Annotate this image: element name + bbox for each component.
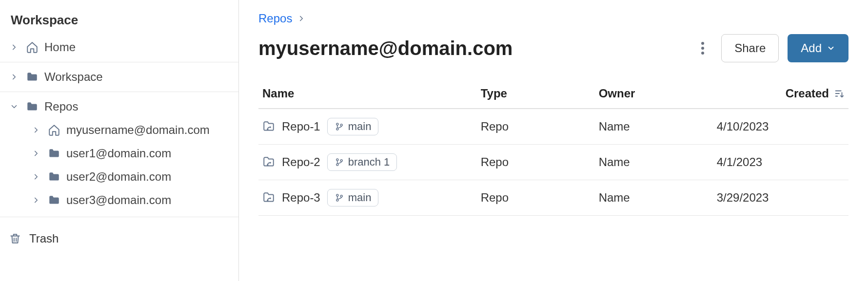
chevron-right-icon[interactable] xyxy=(8,41,20,53)
repo-table: Name Type Owner Created Repo-1mainRepoNa… xyxy=(258,79,848,216)
branch-pill[interactable]: branch 1 xyxy=(327,153,397,171)
repo-icon xyxy=(262,191,275,204)
chevron-down-icon xyxy=(827,44,835,53)
table-row[interactable]: Repo-3mainRepoName3/29/2023 xyxy=(258,180,848,216)
repo-icon xyxy=(262,120,275,133)
breadcrumb-item[interactable]: Repos xyxy=(258,12,292,25)
cell-created: 4/1/2023 xyxy=(713,145,848,180)
header-row: myusername@domain.com Share Add xyxy=(258,34,848,62)
chevron-right-icon[interactable] xyxy=(30,194,42,206)
cell-owner: Name xyxy=(595,180,713,216)
sidebar-item-repo-user[interactable]: user1@domain.com xyxy=(0,142,238,165)
repo-name: Repo-1 xyxy=(282,120,320,133)
sidebar-item-label: Repos xyxy=(44,100,238,113)
git-branch-icon xyxy=(335,157,344,167)
cell-type: Repo xyxy=(477,180,595,216)
sidebar-item-repos[interactable]: Repos xyxy=(0,95,238,118)
column-header-created[interactable]: Created xyxy=(713,79,848,109)
sidebar-item-home[interactable]: Home xyxy=(0,36,238,59)
table-row[interactable]: Repo-1mainRepoName4/10/2023 xyxy=(258,109,848,145)
chevron-right-icon xyxy=(297,14,306,23)
repo-name: Repo-2 xyxy=(282,155,320,169)
repo-name: Repo-3 xyxy=(282,191,320,205)
cell-type: Repo xyxy=(477,145,595,180)
cell-created: 3/29/2023 xyxy=(713,180,848,216)
cell-created: 4/10/2023 xyxy=(713,109,848,145)
button-label: Share xyxy=(734,41,766,55)
chevron-down-icon[interactable] xyxy=(8,101,20,112)
column-header-owner[interactable]: Owner xyxy=(595,79,713,109)
folder-icon xyxy=(25,70,39,84)
branch-name: branch 1 xyxy=(348,156,390,169)
header-actions: Share Add xyxy=(693,34,848,62)
branch-pill[interactable]: main xyxy=(327,118,379,135)
git-branch-icon xyxy=(335,122,344,131)
share-button[interactable]: Share xyxy=(721,34,779,62)
sort-desc-icon[interactable] xyxy=(834,88,845,99)
sidebar-item-workspace[interactable]: Workspace xyxy=(0,65,238,89)
cell-owner: Name xyxy=(595,109,713,145)
sidebar-item-label: user2@domain.com xyxy=(66,170,238,184)
folder-icon xyxy=(47,146,61,161)
page-title: myusername@domain.com xyxy=(258,37,513,59)
sidebar-item-label: user1@domain.com xyxy=(66,147,238,160)
trash-icon xyxy=(8,231,22,246)
chevron-right-icon[interactable] xyxy=(30,148,42,159)
repo-icon xyxy=(262,156,275,169)
divider xyxy=(0,217,238,217)
divider xyxy=(0,92,238,92)
chevron-right-icon[interactable] xyxy=(8,71,20,83)
chevron-right-icon[interactable] xyxy=(30,124,42,136)
folder-icon xyxy=(25,99,39,114)
git-branch-icon xyxy=(335,193,344,203)
sidebar-item-label: myusername@domain.com xyxy=(66,123,238,137)
sidebar-item-trash[interactable]: Trash xyxy=(0,227,238,250)
folder-icon xyxy=(47,193,61,207)
sidebar-item-label: Trash xyxy=(29,232,59,245)
table-row[interactable]: Repo-2branch 1RepoName4/1/2023 xyxy=(258,145,848,180)
chevron-right-icon[interactable] xyxy=(30,171,42,183)
cell-owner: Name xyxy=(595,145,713,180)
sidebar-heading: Workspace xyxy=(0,10,238,36)
sidebar-item-label: Home xyxy=(44,40,238,54)
home-icon xyxy=(25,40,39,55)
folder-icon xyxy=(47,169,61,184)
home-icon xyxy=(47,123,61,137)
branch-name: main xyxy=(348,120,372,133)
button-label: Add xyxy=(801,41,822,55)
branch-name: main xyxy=(348,191,372,204)
breadcrumb[interactable]: Repos xyxy=(258,12,848,25)
sidebar: Workspace Home Workspace Repos myusernam… xyxy=(0,0,239,281)
main-content: Repos myusername@domain.com Share Add Na… xyxy=(239,0,868,281)
sidebar-item-label: Workspace xyxy=(44,70,238,84)
sidebar-item-label: user3@domain.com xyxy=(66,193,238,207)
column-header-type[interactable]: Type xyxy=(477,79,595,109)
sidebar-item-repo-user[interactable]: user3@domain.com xyxy=(0,188,238,212)
sidebar-item-repo-user[interactable]: myusername@domain.com xyxy=(0,118,238,142)
kebab-menu-icon[interactable] xyxy=(693,38,712,58)
divider xyxy=(0,62,238,62)
sidebar-item-repo-user[interactable]: user2@domain.com xyxy=(0,165,238,188)
add-button[interactable]: Add xyxy=(788,34,848,62)
branch-pill[interactable]: main xyxy=(327,189,379,206)
column-header-name[interactable]: Name xyxy=(258,79,477,109)
cell-type: Repo xyxy=(477,109,595,145)
